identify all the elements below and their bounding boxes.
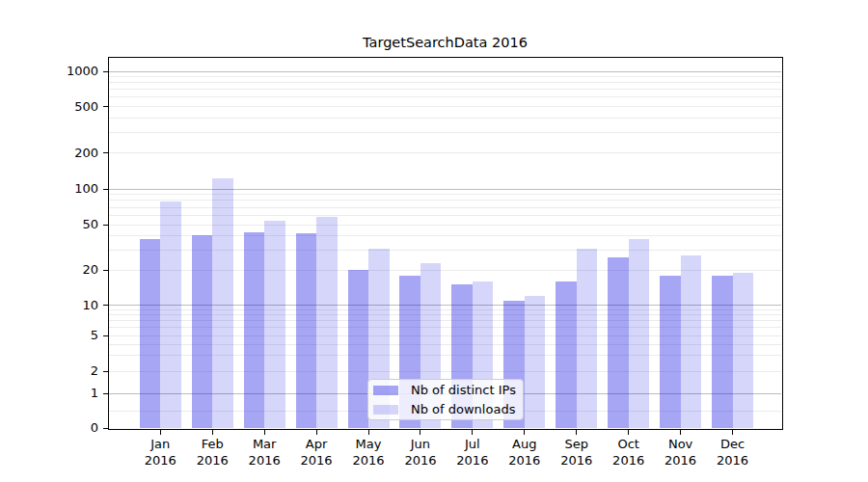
x-tick-mark <box>160 430 161 435</box>
bar-downloads-apr <box>316 217 338 428</box>
figure: TargetSearchData 2016 012510205010020050… <box>0 0 868 482</box>
y-tick-mark <box>103 152 108 153</box>
bar-downloads-oct <box>629 239 650 428</box>
bar-distinct-ips-apr <box>296 233 317 428</box>
y-tick-mark <box>103 106 108 107</box>
bar-downloads-sep <box>577 249 598 428</box>
legend-swatch-downloads <box>373 405 398 415</box>
x-tick-mark <box>420 430 420 435</box>
y-tick-label: 200 <box>37 146 98 161</box>
gridline-minor <box>109 194 781 195</box>
x-tick-mark <box>732 430 733 435</box>
x-tick-mark <box>316 430 317 435</box>
bar-distinct-ips-feb <box>192 235 213 428</box>
x-tick-mark <box>628 430 629 435</box>
bar-distinct-ips-jan <box>140 239 161 428</box>
legend-label-distinct-ips: Nb of distinct IPs <box>411 383 516 397</box>
x-tick-year: 2016 <box>702 453 764 469</box>
gridline-minor <box>109 118 781 119</box>
legend-item-downloads: Nb of downloads <box>373 400 523 419</box>
gridline-minor <box>109 96 781 97</box>
legend-label-downloads: Nb of downloads <box>411 402 515 416</box>
y-tick-mark <box>103 371 108 372</box>
gridline-minor <box>109 132 781 133</box>
bar-downloads-feb <box>212 178 233 428</box>
bar-downloads-jan <box>160 201 181 428</box>
y-tick-label: 0 <box>37 420 98 436</box>
chart-title: TargetSearchData 2016 <box>109 35 781 50</box>
x-tick-mark <box>576 430 577 435</box>
x-tick-mark <box>680 430 681 435</box>
x-tick-mark <box>368 430 369 435</box>
y-tick-label: 2 <box>37 363 98 379</box>
x-tick-mark <box>472 430 473 435</box>
bar-distinct-ips-may <box>348 270 369 428</box>
bar-distinct-ips-dec <box>712 276 733 428</box>
y-tick-mark <box>103 189 108 190</box>
y-tick-mark <box>103 71 108 72</box>
y-tick-label: 1 <box>37 386 98 401</box>
y-tick-label: 5 <box>37 328 98 343</box>
y-tick-label: 100 <box>37 181 98 197</box>
bar-downloads-mar <box>264 221 285 428</box>
x-tick-month: Dec <box>702 437 764 453</box>
y-tick-mark <box>103 335 108 336</box>
bar-downloads-dec <box>733 273 754 428</box>
gridline-minor <box>109 76 781 77</box>
gridline-minor <box>109 89 781 90</box>
gridline-minor <box>109 225 781 226</box>
gridline-minor <box>109 106 781 107</box>
y-tick-mark <box>103 225 108 226</box>
gridline-minor <box>109 152 781 153</box>
y-tick-label: 50 <box>37 217 98 232</box>
gridline-minor <box>109 200 781 201</box>
gridline-minor <box>109 82 781 83</box>
y-tick-mark <box>103 270 108 271</box>
legend-item-distinct-ips: Nb of distinct IPs <box>373 381 523 400</box>
bar-downloads-nov <box>681 255 702 428</box>
bar-distinct-ips-oct <box>608 257 629 428</box>
bar-downloads-aug <box>525 296 546 428</box>
y-tick-mark <box>103 305 108 306</box>
gridline-major <box>109 189 781 190</box>
y-tick-mark <box>103 393 108 394</box>
gridline-minor <box>109 215 781 216</box>
y-tick-label: 10 <box>37 298 98 313</box>
x-tick-mark <box>524 430 525 435</box>
bar-distinct-ips-sep <box>556 281 577 428</box>
x-tick-mark <box>212 430 213 435</box>
x-tick-mark <box>264 430 265 435</box>
legend: Nb of distinct IPs Nb of downloads <box>367 379 524 420</box>
x-tick-label: Dec2016 <box>702 437 764 469</box>
gridline-major <box>109 71 781 72</box>
legend-swatch-distinct-ips <box>373 386 398 395</box>
y-tick-label: 500 <box>37 99 98 115</box>
bar-distinct-ips-mar <box>244 232 265 428</box>
y-tick-mark <box>103 428 108 429</box>
gridline-minor <box>109 207 781 208</box>
bar-distinct-ips-nov <box>660 276 681 428</box>
y-tick-label: 20 <box>37 262 98 278</box>
y-tick-label: 1000 <box>37 64 98 79</box>
